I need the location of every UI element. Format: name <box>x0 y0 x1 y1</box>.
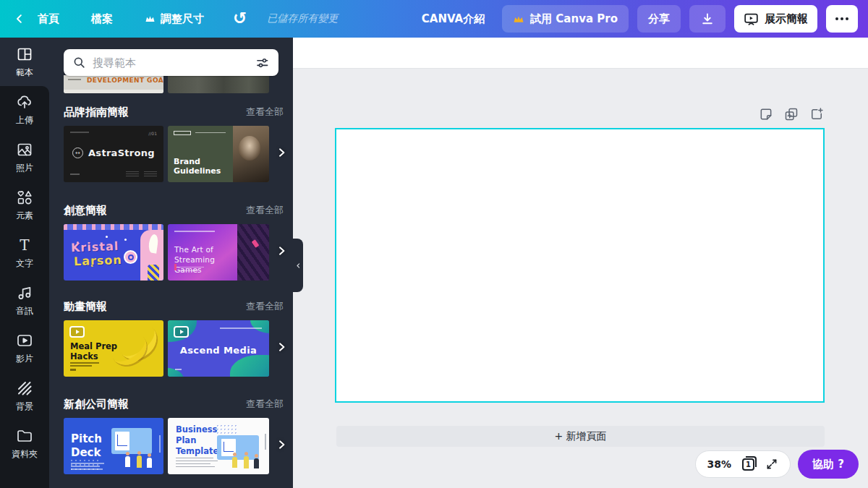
template-thumb-brand-guidelines[interactable]: Brand Guidelines <box>168 126 269 182</box>
view-all-link[interactable]: 查看全部 <box>246 106 284 119</box>
template-title: AstraStrong <box>88 147 155 158</box>
crown-gold-icon <box>513 14 524 24</box>
template-title: Larson <box>74 253 122 268</box>
svg-text:T: T <box>20 236 30 254</box>
template-thumb-development-goals[interactable]: DEVELOPMENT GOALS <box>64 75 163 93</box>
background-icon <box>16 380 33 397</box>
filter-icon[interactable] <box>255 56 270 70</box>
astrastrong-logo-icon: ↔ <box>72 147 83 158</box>
search-icon <box>72 56 86 69</box>
food-photo <box>233 126 269 182</box>
template-corner-label: //01 <box>148 131 157 136</box>
carousel-next-icon[interactable] <box>276 147 287 158</box>
sidebar-item-folder[interactable]: 資料夾 <box>0 420 49 468</box>
sidebar-item-photos[interactable]: 照片 <box>0 134 49 181</box>
template-title: Pitch Deck <box>71 432 102 460</box>
carousel-next-icon[interactable] <box>276 439 287 450</box>
template-title: Ascend Media <box>168 345 269 356</box>
panel-collapse-handle[interactable] <box>293 239 303 292</box>
template-title: Kristal <box>71 239 119 254</box>
elements-icon <box>16 189 33 206</box>
carousel-next-icon[interactable] <box>276 245 287 257</box>
templates-panel: DEVELOPMENT GOALS 品牌指南簡報 查看全部 //01 ↔ Ast… <box>49 38 293 488</box>
saved-status: 已儲存所有變更 <box>267 12 338 25</box>
page-indicator: 1 <box>746 461 751 468</box>
keyboard-photo <box>237 224 269 281</box>
search-input[interactable] <box>93 56 249 69</box>
template-row-partial: DEVELOPMENT GOALS <box>64 75 278 93</box>
illustration <box>111 428 152 454</box>
share-button[interactable]: 分享 <box>637 5 681 33</box>
view-all-link[interactable]: 查看全部 <box>246 398 284 411</box>
upload-icon <box>16 93 33 111</box>
add-page-button[interactable]: + 新增頁面 <box>336 426 825 447</box>
section-title: 動畫簡報 <box>64 300 107 314</box>
photos-icon <box>16 141 33 158</box>
download-button[interactable] <box>689 5 726 33</box>
sidebar-item-video[interactable]: 影片 <box>0 325 49 372</box>
crown-icon <box>145 14 156 23</box>
sidebar-item-audio[interactable]: 音訊 <box>0 277 49 325</box>
text-icon: T <box>16 236 33 254</box>
present-icon <box>744 12 759 27</box>
sidebar-item-elements[interactable]: 元素 <box>0 181 49 229</box>
search-bar <box>64 49 278 76</box>
present-button[interactable]: 展示簡報 <box>734 5 817 33</box>
illustration <box>217 435 259 460</box>
page-actions <box>759 107 824 121</box>
template-thumb-photo[interactable] <box>168 75 269 93</box>
design-title[interactable]: CANVA介紹 <box>422 12 485 26</box>
template-thumb-astrastrong[interactable]: //01 ↔ AstraStrong <box>64 126 163 182</box>
resize-menu[interactable]: 調整尺寸 <box>145 12 204 26</box>
fullscreen-icon[interactable] <box>765 458 778 471</box>
left-rail-lower: 上傳 照片 元素 T 文字 音訊 影片 背景 資料夾 <box>0 86 49 488</box>
ellipsis-icon <box>835 17 848 20</box>
notes-icon[interactable] <box>759 107 773 121</box>
template-title: DEVELOPMENT GOALS <box>87 77 163 84</box>
home-menu[interactable]: 首頁 <box>38 12 59 26</box>
download-icon <box>700 12 715 26</box>
template-thumb-business-plan[interactable]: Business Plan Templates <box>168 418 269 474</box>
sidebar-item-templates[interactable]: 範本 <box>0 38 49 86</box>
back-chevron-icon[interactable] <box>13 12 26 25</box>
section-startup: 新創公司簡報 查看全部 Pitch Deck <box>64 398 284 474</box>
section-title: 創意簡報 <box>64 204 107 218</box>
undo-icon[interactable]: ↺ <box>233 10 247 27</box>
section-title: 新創公司簡報 <box>64 398 129 411</box>
template-thumb-kristal-larson[interactable]: Kristal Larson <box>64 224 163 281</box>
help-button[interactable]: 協助 ? <box>798 450 859 479</box>
section-creative: 創意簡報 查看全部 Kristal Larson The Art of Stre… <box>64 204 284 281</box>
templates-icon <box>16 46 33 63</box>
section-title: 品牌指南簡報 <box>64 106 129 119</box>
duplicate-page-icon[interactable] <box>784 107 799 121</box>
zoom-level[interactable]: 38% <box>707 458 732 470</box>
add-page-icon[interactable] <box>809 107 824 121</box>
section-brand-guidelines: 品牌指南簡報 查看全部 //01 ↔ AstraStrong Brand Gui… <box>64 106 284 182</box>
sidebar-item-text[interactable]: T 文字 <box>0 229 49 277</box>
template-thumb-meal-prep[interactable]: Meal Prep Hacks <box>64 320 163 377</box>
folder-icon <box>16 427 33 445</box>
editor-area: + 新增頁面 38% 1 協助 ? <box>293 38 868 488</box>
view-all-link[interactable]: 查看全部 <box>246 204 284 217</box>
sidebar-item-uploads[interactable]: 上傳 <box>0 86 49 134</box>
page-count-icon[interactable]: 1 <box>742 458 754 471</box>
section-animated: 動畫簡報 查看全部 Meal Prep Hacks Ascend Med <box>64 300 284 377</box>
try-pro-button[interactable]: 試用 Canva Pro <box>502 5 629 33</box>
context-toolbar <box>293 38 868 69</box>
footer-controls: 38% 1 協助 ? <box>695 450 859 479</box>
left-rail: 範本 上傳 照片 元素 T 文字 音訊 影片 背景 <box>0 38 49 488</box>
sidebar-item-background[interactable]: 背景 <box>0 372 49 420</box>
top-bar: 首頁 檔案 調整尺寸 ↺ 已儲存所有變更 CANVA介紹 試用 Canva Pr… <box>0 0 868 38</box>
chevron-left-icon <box>295 262 302 269</box>
canvas-page[interactable] <box>335 128 825 403</box>
more-options-button[interactable] <box>826 5 858 33</box>
template-title: Brand Guidelines <box>174 157 221 177</box>
audio-icon <box>16 284 33 301</box>
carousel-next-icon[interactable] <box>276 341 287 353</box>
template-thumb-ascend-media[interactable]: Ascend Media <box>168 320 269 377</box>
template-thumb-pitch-deck[interactable]: Pitch Deck <box>64 418 163 474</box>
zoom-controls: 38% 1 <box>695 450 791 478</box>
file-menu[interactable]: 檔案 <box>91 12 113 26</box>
view-all-link[interactable]: 查看全部 <box>246 300 284 313</box>
template-thumb-streaming-games[interactable]: The Art of Streaming Games <box>168 224 269 281</box>
